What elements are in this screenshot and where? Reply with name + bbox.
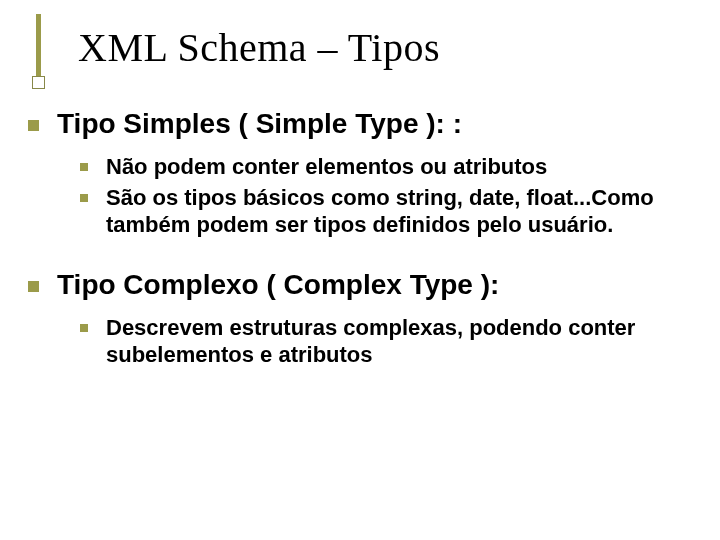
list-item-text: Não podem conter elementos ou atributos	[106, 154, 547, 179]
slide-body: Tipo Simples ( Simple Type ): : Não pode…	[28, 108, 690, 393]
list-item-text: São os tipos básicos como string, date, …	[106, 185, 654, 237]
heading-text-strong: Tipo Simples	[57, 108, 231, 139]
list-item: Descrevem estruturas complexas, podendo …	[28, 315, 690, 369]
list-item: Não podem conter elementos ou atributos	[28, 154, 690, 181]
section-simple-type-list: Não podem conter elementos ou atributos …	[28, 154, 690, 238]
heading-text: Tipo Complexo ( Complex Type ):	[57, 269, 499, 300]
accent-decoration	[36, 14, 41, 82]
list-item: São os tipos básicos como string, date, …	[28, 185, 690, 239]
square-bullet-icon	[80, 194, 88, 202]
section-complex-type-heading: Tipo Complexo ( Complex Type ):	[28, 269, 690, 301]
square-bullet-icon	[28, 281, 39, 292]
section-simple-type-heading: Tipo Simples ( Simple Type ): :	[28, 108, 690, 140]
section-complex-type-list: Descrevem estruturas complexas, podendo …	[28, 315, 690, 369]
square-bullet-icon	[80, 324, 88, 332]
slide-title: XML Schema – Tipos	[78, 24, 440, 71]
square-bullet-icon	[28, 120, 39, 131]
heading-text-paren: ( Simple Type ): :	[231, 108, 462, 139]
list-item-text: Descrevem estruturas complexas, podendo …	[106, 315, 635, 367]
slide: XML Schema – Tipos Tipo Simples ( Simple…	[0, 0, 720, 540]
square-bullet-icon	[80, 163, 88, 171]
